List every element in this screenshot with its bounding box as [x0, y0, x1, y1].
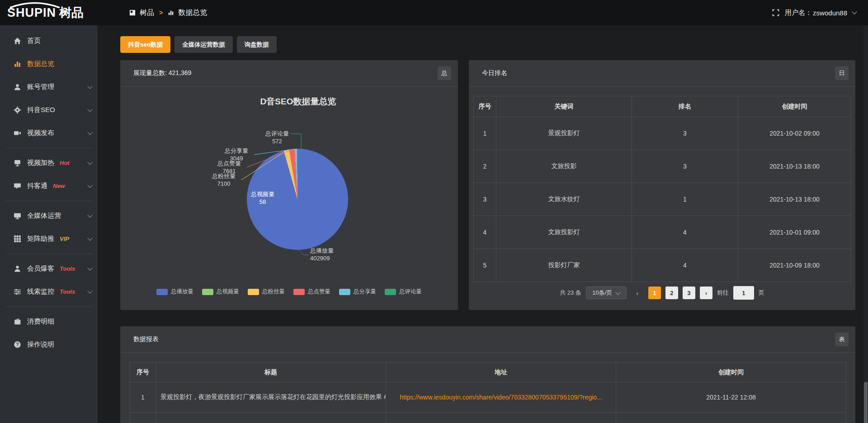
table-cell: 3: [632, 150, 738, 183]
sidebar-item-消费明细[interactable]: 消费明细: [0, 310, 98, 333]
ranking-table: 序号关键词排名创建时间 1景观投影灯32021-10-02 09:002文旅投影…: [473, 96, 851, 282]
chat-bubble-icon: [14, 182, 21, 190]
chart-title: D音SEO数据量总览: [138, 96, 458, 108]
breadcrumb-separator: >: [159, 9, 163, 16]
report-panel: 数据报表 表 序号标题地址创建时间 1景观投影灯，夜游景观投影灯厂家展示展示落花…: [120, 326, 855, 423]
sidebar-item-badge: Tools: [60, 265, 75, 272]
page-scrollbar[interactable]: [863, 25, 868, 423]
scrollbar-thumb[interactable]: [864, 382, 868, 423]
help-icon: ?: [14, 341, 21, 348]
column-header: 关键词: [496, 96, 632, 117]
table-cell: 4: [632, 216, 738, 249]
cell-url: https://www.iesdouyin.com/share/video/70…: [386, 382, 616, 413]
legend-item-总分享量[interactable]: 总分享量: [339, 288, 376, 296]
table-cell: 投影灯厂家: [496, 249, 632, 282]
logo-text-cn: 树品: [59, 5, 84, 21]
legend-label: 总点赞量: [308, 288, 330, 296]
user-chevron-down-icon[interactable]: [852, 9, 857, 14]
table-cell: 景观投影灯: [496, 117, 632, 150]
page-size-select[interactable]: 10条/页: [586, 287, 627, 299]
chevron-down-icon: [87, 130, 92, 135]
report-panel-title: 数据报表: [133, 335, 159, 343]
table-cell: 4: [632, 249, 738, 282]
sidebar-item-label: 首页: [27, 37, 41, 45]
pie-label-comments: 总评论量572: [250, 130, 304, 145]
page-button-3[interactable]: 3: [683, 287, 695, 299]
legend-item-总点赞量[interactable]: 总点赞量: [293, 288, 330, 296]
sidebar-item-label: 操作说明: [27, 340, 54, 349]
sidebar-item-label: 账号管理: [27, 83, 54, 91]
sidebar-item-矩阵助推[interactable]: 矩阵助推VIP: [0, 227, 98, 250]
next-page-button[interactable]: ›: [700, 287, 712, 299]
data-source-tabs: 抖音seo数据全媒体运营数据询盘数据: [120, 36, 277, 53]
page-button-1[interactable]: 1: [648, 287, 661, 299]
wallet-icon: [14, 318, 21, 325]
chevron-down-icon: [87, 265, 92, 270]
user-icon: [14, 83, 21, 91]
legend-item-总评论量[interactable]: 总评论量: [385, 288, 422, 296]
page-button-2[interactable]: 2: [665, 287, 678, 299]
prev-page-button[interactable]: ‹: [631, 287, 644, 299]
pie-graphic[interactable]: [247, 149, 348, 250]
column-header: 标题: [156, 363, 386, 382]
table-toggle-button[interactable]: 表: [835, 333, 849, 346]
sidebar-item-全媒体运营[interactable]: 全媒体运营: [0, 204, 98, 227]
pie-chart: D音SEO数据量总览 总播放量402909 总视频量58 总粉丝量7100 总点…: [120, 87, 458, 310]
table-cell: 2: [474, 150, 496, 183]
sidebar-item-badge: New: [53, 183, 65, 189]
sidebar-item-数据总览[interactable]: 数据总览: [0, 52, 98, 75]
sidebar-item-抖音SEO[interactable]: 抖音SEO: [0, 99, 98, 122]
chevron-down-icon: [616, 290, 621, 295]
username[interactable]: zswodun88: [813, 9, 847, 17]
sidebar-item-label: 视频发布: [27, 129, 54, 137]
fullscreen-icon[interactable]: [772, 9, 779, 16]
sidebar-item-操作说明[interactable]: ?操作说明: [0, 333, 98, 356]
sidebar-item-会员爆客[interactable]: 会员爆客Tools: [0, 257, 98, 280]
tab-全媒体运营数据[interactable]: 全媒体运营数据: [175, 36, 233, 53]
sidebar: 首页数据总览账号管理抖音SEO视频发布视频加热Hot抖客通New全媒体运营矩阵助…: [0, 25, 98, 423]
grid-icon: [14, 235, 21, 243]
pie-label-shares: 总分享量3049: [209, 147, 264, 162]
sidebar-item-label: 线索监控: [27, 287, 54, 296]
ranking-panel-header: 今日排名 日: [469, 60, 855, 87]
breadcrumb-root[interactable]: 树品: [140, 8, 154, 18]
column-header: 序号: [474, 96, 496, 117]
sidebar-item-视频加热[interactable]: 视频加热Hot: [0, 151, 98, 174]
sidebar-item-首页[interactable]: 首页: [0, 29, 98, 52]
table-cell: 2021-10-01 09:00: [738, 216, 851, 249]
app-window-icon: [129, 9, 136, 16]
chevron-down-icon: [87, 107, 92, 112]
total-toggle-button[interactable]: 总: [438, 66, 451, 80]
sidebar-item-label: 抖音SEO: [27, 106, 55, 114]
table-cell: 3: [632, 117, 738, 150]
day-toggle-button[interactable]: 日: [835, 66, 849, 80]
sidebar-item-label: 抖客通: [27, 182, 47, 190]
report-table: 序号标题地址创建时间 1景观投影灯，夜游景观投影灯厂家展示展示落花灯在花园里的灯…: [130, 362, 846, 423]
sidebar-item-视频发布[interactable]: 视频发布: [0, 122, 98, 145]
sidebar-divider: [5, 148, 92, 148]
sidebar-item-badge: VIP: [60, 235, 69, 242]
tab-抖音seo数据[interactable]: 抖音seo数据: [120, 36, 170, 53]
tab-询盘数据[interactable]: 询盘数据: [237, 36, 277, 53]
table-cell: 1: [632, 183, 738, 216]
overview-panel: 展现量总数: 421,369 总 D音SEO数据量总览 总播放量402909 总…: [120, 60, 458, 310]
legend-item-总视频量[interactable]: 总视频量: [202, 288, 239, 296]
pagination-total: 共 23 条: [560, 289, 581, 297]
sidebar-item-badge: Hot: [60, 160, 70, 166]
goto-page-input[interactable]: [733, 286, 754, 300]
column-header: 创建时间: [738, 96, 851, 117]
home-icon: [14, 37, 21, 45]
username-label: 用户名：: [785, 9, 812, 17]
table-row: 1景观投影灯32021-10-02 09:00: [474, 117, 851, 150]
video-url-link[interactable]: https://www.iesdouyin.com/share/video/70…: [400, 394, 602, 401]
video-camera-icon: [14, 129, 21, 137]
sidebar-item-label: 数据总览: [27, 60, 54, 68]
legend-item-总粉丝量[interactable]: 总粉丝量: [248, 288, 285, 296]
sidebar-item-账号管理[interactable]: 账号管理: [0, 75, 98, 99]
legend-swatch: [202, 289, 213, 295]
sidebar-divider: [5, 306, 92, 307]
sidebar-item-抖客通[interactable]: 抖客通New: [0, 174, 98, 197]
sidebar-item-线索监控[interactable]: 线索监控Tools: [0, 280, 98, 303]
table-cell: 2021-10-02 09:00: [738, 117, 851, 150]
legend-item-总播放量[interactable]: 总播放量: [156, 288, 193, 296]
